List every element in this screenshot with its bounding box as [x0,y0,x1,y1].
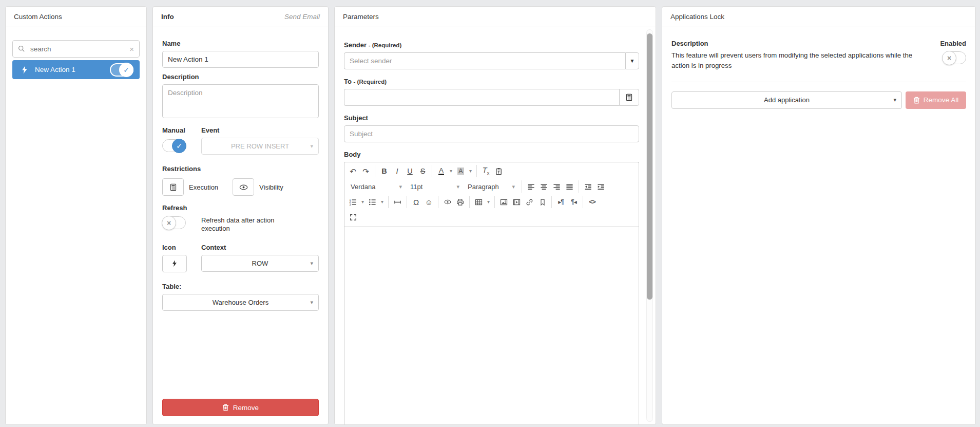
toolbar-separator [469,196,470,208]
clear-search-icon[interactable]: × [129,45,134,53]
action-enabled-toggle[interactable]: ✓ [110,63,133,77]
info-subtitle: Send Email [284,13,320,21]
sender-select-input[interactable] [344,52,625,69]
text-color-caret-icon: ▾ [450,169,452,174]
divider [671,82,966,82]
parameters-title: Parameters [343,13,379,21]
subject-input[interactable] [344,125,639,142]
font-size-select[interactable]: 11pt▾ [407,180,463,193]
context-select[interactable]: ROW ▾ [201,255,319,272]
italic-button[interactable]: I [391,164,403,178]
chevron-down-icon: ▼ [630,58,635,64]
align-right-button[interactable] [550,180,563,193]
text-color-icon: A [438,167,444,176]
table-select[interactable]: Warehouse Orders ▾ [162,294,319,311]
indent-button[interactable] [594,180,607,193]
parameters-scrollbar-thumb[interactable] [647,33,652,300]
body-label: Body [344,151,639,158]
anchor-button[interactable] [536,195,549,209]
name-input[interactable] [162,51,319,68]
action-icon-button[interactable] [162,255,187,272]
anchor-icon [539,198,546,206]
insert-image-button[interactable] [497,195,510,209]
description-input[interactable] [162,84,319,118]
add-application-select[interactable]: Add application ▾ [671,91,902,109]
trash-icon [222,404,229,411]
insert-link-button[interactable] [523,195,536,209]
paste-as-text-button[interactable] [492,164,505,178]
source-code-icon: <> [589,199,595,206]
rtl-icon: ¶◂ [571,199,576,205]
redo-button[interactable]: ↷ [359,164,372,178]
emoticon-button[interactable]: ☺ [422,195,435,209]
chevron-down-icon: ▾ [310,143,313,150]
source-code-button[interactable]: <> [586,195,599,209]
to-formula-button[interactable] [619,89,639,106]
numbered-list-caret-button[interactable]: ▾ [359,195,366,209]
lock-enabled-toggle[interactable]: × [943,51,966,64]
bullet-list-button[interactable] [366,195,379,209]
clear-formatting-button[interactable]: Tx [479,164,492,178]
strikethrough-button[interactable]: S [416,164,429,178]
ltr-icon: ▸¶ [558,199,563,205]
action-list-item[interactable]: New Action 1 ✓ [12,60,140,79]
clear-formatting-icon: Tx [483,166,489,176]
emoticon-icon: ☺ [425,198,433,206]
text-color-button[interactable]: A [435,164,448,178]
execution-restriction-button[interactable] [162,178,184,196]
bold-button[interactable]: B [378,164,391,178]
background-color-caret-button[interactable]: ▾ [467,164,474,178]
parameters-panel: Parameters Sender - (Required) ▼ To - (R… [334,6,656,425]
horizontal-rule-icon [394,198,401,206]
bullet-list-caret-button[interactable]: ▾ [379,195,386,209]
horizontal-rule-button[interactable] [391,195,404,209]
special-character-button[interactable]: Ω [410,195,422,209]
sender-dropdown-button[interactable]: ▼ [625,52,639,69]
event-value: PRE ROW INSERT [231,142,289,150]
chevron-down-icon: ▾ [310,260,313,267]
calculator-icon [169,183,177,191]
body-rich-text-editor: ↶↷BIUSA▾A▾TxVerdana▾11pt▾Paragraph▾123▾▾… [344,162,639,424]
font-family-select[interactable]: Verdana▾ [348,180,405,193]
remove-all-button[interactable]: Remove All [906,91,966,109]
lightning-icon [172,260,177,267]
remove-all-label: Remove All [924,96,958,104]
editor-toolbar: ↶↷BIUSA▾A▾TxVerdana▾11pt▾Paragraph▾123▾▾… [344,162,639,227]
visibility-label: Visibility [259,183,283,191]
visibility-restriction-button[interactable] [233,178,254,196]
underline-icon: U [407,168,412,175]
undo-button[interactable]: ↶ [347,164,359,178]
block-format-select[interactable]: Paragraph▾ [465,180,518,193]
info-panel: Info Send Email Name Description Manual … [152,6,329,425]
toolbar-separator [522,180,522,193]
refresh-toggle[interactable]: × [162,216,186,229]
fullscreen-button[interactable] [347,211,359,224]
calculator-icon [625,94,633,101]
rtl-button[interactable]: ¶◂ [567,195,580,209]
outdent-button[interactable] [582,180,594,193]
insert-media-button[interactable] [510,195,523,209]
manual-toggle[interactable]: ✓ [162,139,186,152]
background-color-button[interactable]: A [454,164,467,178]
ltr-button[interactable]: ▸¶ [554,195,567,209]
table-button[interactable] [472,195,485,209]
to-input[interactable] [344,89,619,106]
toolbar-separator [494,196,495,208]
align-left-button[interactable] [525,180,537,193]
align-justify-button[interactable] [563,180,576,193]
underline-button[interactable]: U [403,164,416,178]
preview-button[interactable] [441,195,454,209]
search-input[interactable] [29,45,125,53]
parameters-scrollbar-track[interactable] [646,29,653,422]
print-button[interactable] [454,195,467,209]
remove-action-button[interactable]: Remove [162,399,319,416]
align-center-button[interactable] [537,180,550,193]
numbered-list-button[interactable]: 123 [347,195,359,209]
editor-content-area[interactable] [344,227,639,424]
name-label: Name [162,40,319,47]
table-caret-button[interactable]: ▾ [485,195,492,209]
bold-icon: B [381,168,387,175]
text-color-caret-button[interactable]: ▾ [448,164,454,178]
description-label: Description [162,73,319,81]
bullet-list-caret-icon: ▾ [381,199,383,205]
